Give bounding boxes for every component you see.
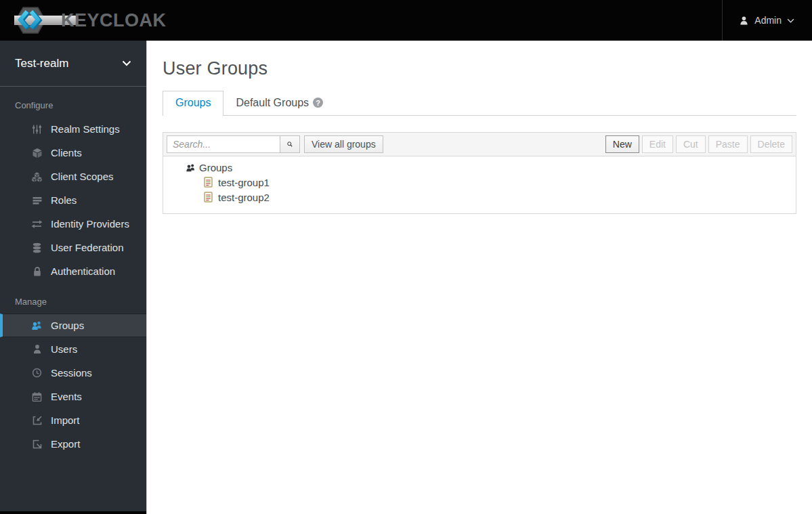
- sidebar-item-groups[interactable]: Groups: [0, 314, 146, 337]
- tree-node-test-group1[interactable]: test-group1: [163, 175, 796, 190]
- sidebar-item-import[interactable]: Import: [0, 408, 146, 432]
- search-icon: [287, 140, 293, 149]
- sidebar-item-label: Groups: [51, 320, 84, 331]
- keycloak-logo: KEYCLOAK: [0, 0, 167, 41]
- tree-node-test-group2[interactable]: test-group2: [163, 190, 796, 205]
- export-icon: [30, 438, 43, 450]
- sidebar-item-identity-providers[interactable]: Identity Providers: [0, 212, 146, 236]
- groups-panel: View all groups New Edit Cut Paste Delet…: [163, 132, 796, 214]
- sidebar-item-label: Events: [51, 391, 82, 402]
- sliders-icon: [30, 123, 43, 135]
- sidebar-item-events[interactable]: Events: [0, 385, 146, 408]
- clock-icon: [30, 367, 43, 379]
- sidebar-item-authentication[interactable]: Authentication: [0, 259, 146, 283]
- sidebar-item-roles[interactable]: Roles: [0, 188, 146, 212]
- tab-label: Default Groups: [236, 97, 309, 109]
- user-icon: [739, 16, 749, 26]
- file-icon: [204, 192, 213, 202]
- groups-tree: Groups test-group1: [163, 156, 796, 214]
- edit-button[interactable]: Edit: [642, 135, 673, 153]
- sidebar-item-label: Roles: [51, 194, 77, 206]
- list-icon: [30, 194, 43, 206]
- sidebar-item-label: Sessions: [51, 367, 92, 379]
- chevron-down-icon: [787, 18, 794, 23]
- tab-default-groups[interactable]: Default Groups ?: [223, 91, 335, 115]
- file-icon: [204, 177, 213, 188]
- sidebar-item-user-federation[interactable]: User Federation: [0, 236, 146, 259]
- sidebar-item-label: Identity Providers: [51, 218, 129, 230]
- tab-bar: Groups Default Groups ?: [163, 91, 796, 116]
- calendar-icon: [30, 391, 43, 402]
- main-content: User Groups Groups Default Groups ? View: [147, 41, 812, 514]
- sidebar-item-sessions[interactable]: Sessions: [0, 361, 146, 385]
- sidebar-item-realm-settings[interactable]: Realm Settings: [0, 117, 146, 141]
- sidebar-item-label: Authentication: [51, 265, 115, 277]
- tab-label: Groups: [175, 97, 211, 109]
- admin-menu[interactable]: Admin: [722, 0, 812, 41]
- brand-name: KEYCLOAK: [61, 10, 167, 31]
- sidebar-item-label: User Federation: [51, 242, 124, 253]
- search-button[interactable]: [280, 135, 300, 153]
- help-icon[interactable]: ?: [313, 98, 323, 108]
- section-label-configure: Configure: [0, 87, 146, 117]
- view-all-groups-button[interactable]: View all groups: [304, 135, 383, 153]
- tree-node-label: Groups: [199, 162, 232, 173]
- import-icon: [30, 414, 43, 426]
- realm-name: Test-realm: [15, 57, 68, 70]
- realm-selector[interactable]: Test-realm: [0, 41, 146, 87]
- exchange-icon: [30, 218, 43, 230]
- delete-button[interactable]: Delete: [750, 135, 792, 153]
- paste-button[interactable]: Paste: [708, 135, 748, 153]
- page-title: User Groups: [163, 58, 796, 79]
- users-icon: [186, 163, 196, 172]
- sidebar-bottom-strip: [0, 511, 146, 514]
- sidebar-item-label: Import: [51, 414, 80, 426]
- cut-button[interactable]: Cut: [676, 135, 706, 153]
- new-button[interactable]: New: [605, 135, 639, 153]
- chevron-down-icon: [122, 60, 131, 66]
- tree-node-label: test-group2: [218, 192, 270, 203]
- database-icon: [30, 242, 43, 253]
- tab-groups[interactable]: Groups: [163, 91, 223, 116]
- sidebar-item-label: Users: [51, 343, 77, 355]
- tree-toolbar: View all groups New Edit Cut Paste Delet…: [163, 132, 796, 156]
- user-icon: [30, 343, 43, 355]
- sidebar-item-label: Realm Settings: [51, 123, 120, 135]
- sidebar: Test-realm Configure Realm Settings: [0, 41, 147, 514]
- sidebar-item-client-scopes[interactable]: Client Scopes: [0, 165, 146, 188]
- topbar: KEYCLOAK Admin: [0, 0, 812, 41]
- section-label-manage: Manage: [0, 283, 146, 314]
- tree-root-groups[interactable]: Groups: [163, 160, 796, 175]
- sidebar-item-label: Client Scopes: [51, 171, 114, 182]
- users-icon: [30, 320, 43, 331]
- cubes-icon: [30, 171, 43, 182]
- lock-icon: [30, 265, 43, 277]
- search-input[interactable]: [167, 135, 280, 153]
- cube-icon: [30, 147, 43, 158]
- sidebar-item-users[interactable]: Users: [0, 337, 146, 361]
- sidebar-item-clients[interactable]: Clients: [0, 141, 146, 165]
- sidebar-item-label: Export: [51, 438, 80, 450]
- tree-node-label: test-group1: [218, 177, 270, 188]
- admin-username: Admin: [754, 15, 782, 26]
- sidebar-item-export[interactable]: Export: [0, 432, 146, 456]
- sidebar-item-label: Clients: [51, 147, 82, 158]
- tree-actions: New Edit Cut Paste Delete: [605, 135, 792, 153]
